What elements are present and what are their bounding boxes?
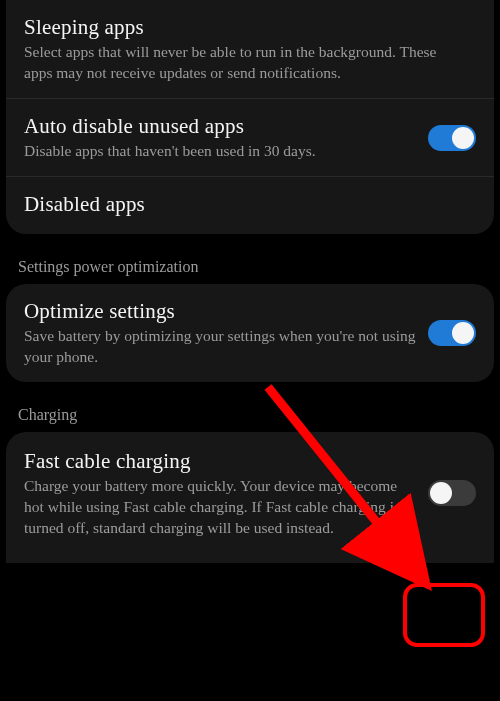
auto-disable-title: Auto disable unused apps <box>24 113 420 139</box>
disabled-apps-title: Disabled apps <box>24 191 468 217</box>
disabled-apps-row[interactable]: Disabled apps <box>6 176 494 233</box>
optimize-title: Optimize settings <box>24 298 420 324</box>
sleeping-apps-title: Sleeping apps <box>24 14 468 40</box>
annotation-highlight-box <box>403 583 485 647</box>
optimize-desc: Save battery by optimizing your settings… <box>24 326 420 368</box>
fast-cable-desc: Charge your battery more quickly. Your d… <box>24 476 420 539</box>
toggle-knob <box>452 127 474 149</box>
fast-cable-title: Fast cable charging <box>24 448 420 474</box>
section-power-header: Settings power optimization <box>0 248 500 284</box>
optimize-row[interactable]: Optimize settings Save battery by optimi… <box>6 284 494 382</box>
fast-cable-toggle[interactable] <box>428 480 476 506</box>
section-charging-header: Charging <box>0 396 500 432</box>
toggle-knob <box>452 322 474 344</box>
apps-card: Sleeping apps Select apps that will neve… <box>6 0 494 234</box>
optimize-card: Optimize settings Save battery by optimi… <box>6 284 494 382</box>
sleeping-apps-desc: Select apps that will never be able to r… <box>24 42 468 84</box>
charging-card: Fast cable charging Charge your battery … <box>6 432 494 563</box>
toggle-knob <box>430 482 452 504</box>
auto-disable-row[interactable]: Auto disable unused apps Disable apps th… <box>6 98 494 176</box>
optimize-toggle[interactable] <box>428 320 476 346</box>
fast-cable-row[interactable]: Fast cable charging Charge your battery … <box>6 432 494 563</box>
auto-disable-desc: Disable apps that haven't been used in 3… <box>24 141 420 162</box>
auto-disable-toggle[interactable] <box>428 125 476 151</box>
sleeping-apps-row[interactable]: Sleeping apps Select apps that will neve… <box>6 0 494 98</box>
